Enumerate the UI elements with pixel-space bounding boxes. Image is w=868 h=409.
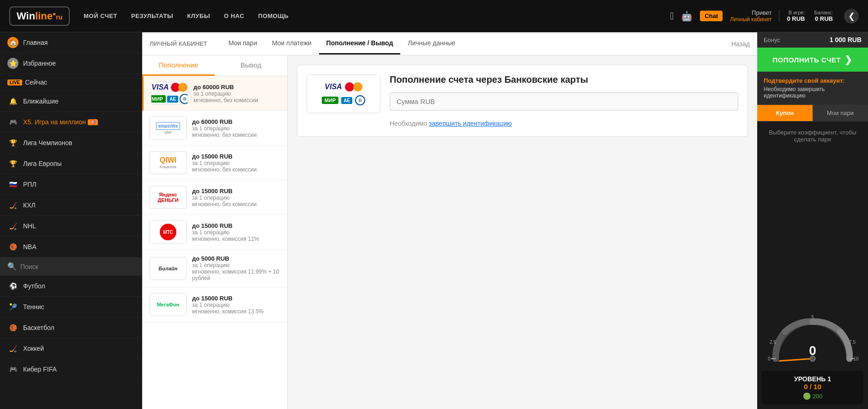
identity-link[interactable]: завершить идентификацию bbox=[429, 120, 512, 127]
tab-withdraw[interactable]: Вывод bbox=[215, 55, 287, 76]
nav-help[interactable]: ПОМОЩЬ bbox=[258, 12, 289, 19]
payment-methods-list: Пополнение Вывод VISA МИР bbox=[142, 55, 288, 409]
sidebar-label-cyber-fifa: Кибер FIFA bbox=[23, 366, 57, 373]
payment-method-koshelek[interactable]: кошелёк qiwi до 60000 RUB за 1 операцию … bbox=[142, 111, 287, 146]
sidebar-item-nba[interactable]: 🏀 NBA bbox=[0, 237, 142, 257]
yandex-per-op: за 1 операцию bbox=[192, 195, 257, 201]
deposit-button[interactable]: ПОПОЛНИТЬ СЧЕТ ❯ bbox=[757, 48, 868, 72]
card-logos-top-row: VISA bbox=[325, 82, 362, 92]
sidebar-item-favorites[interactable]: ⭐ Избранное bbox=[0, 53, 142, 74]
tab-deposit-withdraw[interactable]: Пополнение / Вывод bbox=[319, 33, 401, 55]
qiwi-info: до 15000 RUB за 1 операцию мгновенно, бе… bbox=[192, 153, 257, 173]
balance-info: В игре: 0 RUB Баланс: 0 RUB bbox=[779, 10, 833, 22]
mts-per-op: за 1 операцию bbox=[192, 229, 259, 236]
promo-badge: 🎯 bbox=[88, 119, 98, 125]
diners-logo: D bbox=[180, 94, 188, 104]
back-button[interactable]: ❮ bbox=[844, 9, 859, 24]
svg-text:7.5: 7.5 bbox=[849, 340, 856, 345]
form-visa-text: VISA bbox=[325, 83, 342, 91]
svg-line-8 bbox=[779, 359, 813, 361]
sidebar-label-khl: КХЛ bbox=[23, 201, 36, 209]
form-diners-logo: D bbox=[355, 95, 365, 105]
tab-my-payments[interactable]: Мои платежи bbox=[265, 33, 319, 55]
payment-method-qiwi[interactable]: QIWI Кошелек до 15000 RUB за 1 операцию … bbox=[142, 146, 287, 180]
sidebar-item-cyber-fifa[interactable]: 🎮 Кибер FIFA bbox=[0, 359, 142, 380]
apple-icon[interactable]:  bbox=[670, 10, 674, 22]
level-title: УРОВЕНЬ 1 bbox=[768, 375, 857, 383]
coupon-tabs: Купон Мои пари bbox=[757, 105, 868, 122]
sidebar-item-nhl[interactable]: 🏒 NHL bbox=[0, 216, 142, 237]
sidebar-item-tennis[interactable]: 🎾 Теннис bbox=[0, 297, 142, 317]
tab-deposit[interactable]: Пополнение bbox=[142, 55, 215, 76]
gauge-svg: 0 2.5 5 7.5 10 0 bbox=[766, 312, 859, 368]
home-icon: 🏠 bbox=[7, 37, 18, 48]
tab-my-bets[interactable]: Мои пари bbox=[221, 33, 265, 55]
card-title: Пополнение счета через Банковские карты bbox=[390, 74, 738, 85]
nav-about[interactable]: О НАС bbox=[224, 12, 244, 19]
sidebar-item-live[interactable]: LIVE Сейчас bbox=[0, 74, 142, 91]
in-game-value: 0 RUB bbox=[787, 15, 805, 22]
chat-button[interactable]: Chat bbox=[700, 11, 723, 21]
content-area: ЛИЧНЫЙ КАБИНЕТ Мои пари Мои платежи Попо… bbox=[142, 32, 757, 409]
tab-coupon[interactable]: Купон bbox=[757, 105, 813, 121]
bonus-value: 1 000 RUB bbox=[830, 36, 862, 43]
personal-cabinet-link[interactable]: Личный кабинет bbox=[730, 16, 772, 23]
favorites-icon: ⭐ bbox=[7, 58, 18, 69]
account-info: Привет Личный кабинет bbox=[730, 9, 772, 23]
yandex-logo-box: Яндекс ДЕНЬГИ bbox=[150, 186, 187, 209]
back-link[interactable]: Назад bbox=[731, 40, 750, 48]
sidebar-item-rpl[interactable]: 🇷🇺 РПЛ bbox=[0, 174, 142, 195]
sidebar-item-europa[interactable]: 🏆 Лига Европы bbox=[0, 153, 142, 174]
deposit-arrow-icon: ❯ bbox=[844, 54, 853, 65]
beeline-logo-box: Билайн bbox=[150, 257, 187, 280]
tab-my-bets-right[interactable]: Мои пари bbox=[813, 105, 868, 121]
tab-personal-data[interactable]: Личные данные bbox=[400, 33, 463, 55]
sidebar-item-football[interactable]: ⚽ Футбол bbox=[0, 276, 142, 297]
sidebar-item-million[interactable]: 🎮 Х5. Игра на миллион 🎯 bbox=[0, 112, 142, 133]
rpl-icon: 🇷🇺 bbox=[7, 179, 18, 190]
search-label: Поиск bbox=[20, 263, 38, 270]
svg-text:0: 0 bbox=[809, 343, 816, 358]
sidebar-item-nearest[interactable]: 🔔 Ближайшие bbox=[0, 91, 142, 112]
svg-text:5: 5 bbox=[811, 315, 814, 320]
payment-method-megafon[interactable]: МегаФон до 15000 RUB за 1 операцию мгнов… bbox=[142, 287, 287, 322]
champions-icon: 🏆 bbox=[7, 137, 18, 148]
coupon-content: Выберите коэффициент, чтобы сделать пари bbox=[757, 122, 868, 308]
payment-method-mts[interactable]: МТС до 15000 RUB за 1 операцию мгновенно… bbox=[142, 215, 287, 250]
svg-point-9 bbox=[810, 356, 815, 361]
qiwi-instant: мгновенно, без комиссии bbox=[192, 166, 257, 173]
balance-label: Баланс: bbox=[814, 10, 833, 15]
sidebar-item-champions[interactable]: 🏆 Лига Чемпионов bbox=[0, 133, 142, 153]
sidebar-label-tennis: Теннис bbox=[23, 303, 44, 311]
card-logos: VISA МИР AE D bbox=[307, 74, 380, 113]
amount-input[interactable] bbox=[390, 92, 738, 110]
nav-my-account[interactable]: МОЙ СЧЕТ bbox=[84, 12, 117, 19]
yandex-info: до 15000 RUB за 1 операцию мгновенно, бе… bbox=[192, 188, 257, 208]
logo[interactable]: Winline●ru bbox=[9, 6, 70, 26]
android-icon[interactable]: 🤖 bbox=[681, 11, 693, 22]
nav-results[interactable]: РЕЗУЛЬТАТЫ bbox=[131, 12, 173, 19]
card-title-area: Пополнение счета через Банковские карты … bbox=[390, 74, 738, 127]
nav-clubs[interactable]: КЛУБЫ bbox=[187, 12, 210, 19]
visa-mir-limit: до 60000 RUB bbox=[193, 84, 258, 91]
amex-logo: AE bbox=[167, 96, 178, 103]
payment-method-visa-mir[interactable]: VISA МИР AE D до 60000 RUB bbox=[142, 76, 287, 111]
sidebar-item-home[interactable]: 🏠 Главная bbox=[0, 32, 142, 53]
koshelek-instant: мгновенно, без комиссии bbox=[192, 132, 257, 138]
sidebar-label-football: Футбол bbox=[23, 282, 45, 290]
in-game-label: В игре: bbox=[787, 10, 805, 15]
visa-mir-instant: мгновенно, без комиссии bbox=[193, 97, 258, 104]
visa-text: VISA bbox=[151, 83, 169, 92]
sidebar-item-search[interactable]: 🔍 Поиск bbox=[0, 257, 142, 276]
cyber-fifa-icon: 🎮 bbox=[7, 364, 18, 375]
account-nav: ЛИЧНЫЙ КАБИНЕТ Мои пари Мои платежи Попо… bbox=[142, 32, 757, 55]
coin-icon: 🟢 bbox=[803, 392, 811, 400]
payment-form-area: VISA МИР AE D Пополнение счета че bbox=[288, 55, 757, 409]
sidebar-item-khl[interactable]: 🏒 КХЛ bbox=[0, 195, 142, 216]
sidebar-item-hockey[interactable]: 🏒 Хоккей bbox=[0, 338, 142, 359]
sidebar-item-basketball[interactable]: 🏀 Баскетбол bbox=[0, 317, 142, 338]
level-box: УРОВЕНЬ 1 0 / 10 🟢 200 bbox=[762, 371, 863, 404]
greeting: Привет bbox=[730, 9, 772, 16]
payment-method-beeline[interactable]: Билайн до 5000 RUB за 1 операцию мгновен… bbox=[142, 250, 287, 287]
payment-method-yandex[interactable]: Яндекс ДЕНЬГИ до 15000 RUB за 1 операцию… bbox=[142, 180, 287, 215]
